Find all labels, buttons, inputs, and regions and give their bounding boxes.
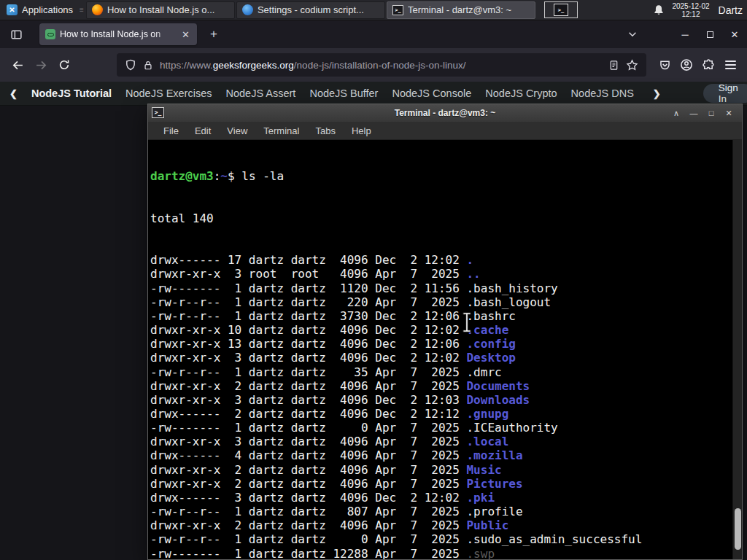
file-name: .local [466, 435, 508, 448]
panel-handle: ≡ [80, 6, 83, 14]
list-all-tabs-button[interactable] [623, 25, 642, 44]
bookmark-star-icon[interactable] [626, 59, 638, 71]
panel-clock[interactable]: 2025-12-02 12:12 [672, 2, 709, 18]
nav-link[interactable]: NodeJS DNS [571, 88, 634, 99]
file-name: .mozilla [466, 448, 522, 462]
tracking-shield-icon[interactable] [125, 59, 136, 71]
taskbar-window-firefox[interactable]: How to Install Node.js o... [86, 1, 235, 19]
terminal-prompt-line: dartz@vm3:~$ ls -la [150, 169, 732, 183]
file-name: .bashrc [466, 309, 515, 323]
terminal-line: -rw-r--r-- 1 dartz dartz 3730 Dec 2 12:0… [150, 309, 732, 323]
window-close-button[interactable]: ✕ [722, 20, 747, 48]
url-path: /node-js/installation-of-node-js-on-linu… [294, 60, 466, 71]
geeksforgeeks-favicon [45, 29, 55, 39]
terminal-line: drwx------ 4 dartz dartz 4096 Apr 7 2025… [150, 448, 732, 462]
url-bar[interactable]: https://www.geeksforgeeks.org/node-js/in… [117, 53, 646, 77]
account-button[interactable] [676, 54, 697, 76]
nav-link[interactable]: NodeJS Assert [225, 88, 295, 99]
terminal-titlebar[interactable]: >_ Terminal - dartz@vm3: ~ ∧ — □ ✕ [148, 104, 742, 122]
file-name: Music [466, 463, 501, 477]
terminal-scrollbar[interactable] [732, 140, 742, 559]
terminal-close-button[interactable]: ✕ [720, 109, 738, 118]
workspace-switcher[interactable]: >_ [544, 1, 578, 18]
app-menu-button[interactable] [719, 54, 741, 76]
menu-terminal[interactable]: Terminal [255, 123, 307, 139]
notifications-bell-icon[interactable] [653, 4, 665, 16]
menu-help[interactable]: Help [344, 123, 379, 139]
nav-link[interactable]: NodeJS Crypto [485, 88, 557, 99]
reload-button[interactable] [53, 53, 76, 77]
firefox-view-button[interactable] [6, 24, 26, 44]
firefox-tab-bar: How to Install Node.js on ✕ + ─ ✕ [0, 20, 747, 48]
menu-tabs[interactable]: Tabs [307, 123, 343, 139]
lock-icon[interactable] [143, 60, 153, 71]
firefox-icon [92, 4, 103, 15]
nav-scroll-right-icon[interactable]: ❯ [653, 88, 661, 99]
file-name: .sudo_as_admin_successful [466, 532, 642, 546]
scrollbar-thumb[interactable] [735, 508, 741, 550]
forward-button[interactable] [29, 53, 53, 77]
file-name: .. [466, 267, 480, 281]
terminal-body[interactable]: dartz@vm3:~$ ls -la total 140 drwx------… [148, 140, 742, 559]
applications-menu-button[interactable]: ✕ Applications [0, 0, 80, 20]
nav-link[interactable]: NodeJS Console [392, 88, 471, 99]
file-name: Documents [466, 379, 530, 393]
taskbar-window-label: Terminal - dartz@vm3: ~ [408, 4, 511, 15]
file-name: .pki [466, 491, 495, 505]
extensions-button[interactable] [697, 54, 719, 76]
terminal-line: drwxr-xr-x 2 dartz dartz 4096 Apr 7 2025… [150, 463, 732, 477]
terminal-line: -rw-r--r-- 1 dartz dartz 220 Apr 7 2025 … [150, 295, 732, 309]
applications-menu-label: Applications [22, 4, 73, 15]
nav-scroll-left-icon[interactable]: ❮ [9, 88, 18, 99]
menu-edit[interactable]: Edit [187, 123, 219, 139]
terminal-window: >_ Terminal - dartz@vm3: ~ ∧ — □ ✕ File … [147, 104, 743, 560]
file-name: .swp [466, 547, 495, 559]
terminal-line: drwxr-xr-x 2 dartz dartz 4096 Apr 7 2025… [150, 518, 732, 532]
file-name: .bash_logout [466, 295, 551, 309]
url-text[interactable]: https://www.geeksforgeeks.org/node-js/in… [160, 60, 602, 71]
taskbar-window-terminal[interactable]: >_ Terminal - dartz@vm3: ~ [387, 1, 535, 19]
nav-link[interactable]: NodeJS Buffer [309, 88, 378, 99]
taskbar-window-vscodium[interactable]: Settings - codium script... [236, 1, 385, 19]
pocket-button[interactable] [654, 54, 676, 76]
sign-in-button[interactable]: Sign In [703, 84, 747, 103]
url-protocol: https://www. [160, 60, 213, 71]
back-button[interactable] [6, 53, 29, 77]
nav-link[interactable]: NodeJS Exercises [125, 88, 212, 99]
window-minimize-button[interactable]: ─ [673, 20, 697, 48]
window-maximize-button[interactable] [697, 20, 722, 48]
terminal-line: drwx------ 3 dartz dartz 4096 Dec 2 12:0… [150, 491, 732, 505]
reader-mode-icon[interactable] [608, 60, 619, 71]
terminal-title: Terminal - dartz@vm3: ~ [395, 108, 496, 118]
desktop: ✕ Applications ≡ How to Install Node.js … [0, 0, 747, 560]
clock-time: 12:12 [672, 10, 709, 18]
terminal-line: drwxr-xr-x 3 root root 4096 Apr 7 2025 .… [150, 267, 732, 281]
terminal-line: drwxr-xr-x 3 dartz dartz 4096 Dec 2 12:0… [150, 351, 732, 365]
panel-user-label[interactable]: Dartz [719, 4, 743, 16]
file-name: .bash_history [466, 281, 557, 295]
menu-file[interactable]: File [155, 123, 187, 139]
file-name: Public [466, 518, 508, 532]
terminal-output: dartz@vm3:~$ ls -la total 140 drwx------… [148, 140, 732, 559]
firefox-view-icon [10, 28, 23, 41]
file-name: Downloads [466, 393, 530, 407]
terminal-line: -rw-r--r-- 1 dartz dartz 0 Apr 7 2025 .s… [150, 532, 732, 546]
file-name: .ICEauthority [466, 421, 557, 435]
new-tab-button[interactable]: + [204, 25, 223, 44]
terminal-shade-button[interactable]: ∧ [667, 109, 685, 118]
file-name: .config [466, 337, 515, 351]
gfg-subnav-bar: ❮ NodeJS Tutorial NodeJS Exercises NodeJ… [0, 82, 747, 106]
terminal-line: -rw------- 1 dartz dartz 12288 Apr 7 202… [150, 547, 732, 559]
terminal-line: drwxr-xr-x 10 dartz dartz 4096 Dec 2 12:… [150, 323, 732, 337]
clock-date: 2025-12-02 [672, 2, 709, 10]
tab-close-icon[interactable]: ✕ [180, 28, 191, 41]
browser-tab-active[interactable]: How to Install Node.js on ✕ [39, 23, 197, 45]
menu-view[interactable]: View [219, 123, 255, 139]
terminal-line: -rw------- 1 dartz dartz 1120 Dec 2 11:5… [150, 281, 732, 295]
terminal-line: drwxr-xr-x 13 dartz dartz 4096 Dec 2 12:… [150, 337, 732, 351]
terminal-maximize-button[interactable]: □ [703, 109, 720, 117]
terminal-window-icon: >_ [152, 107, 164, 118]
terminal-minimize-button[interactable]: — [685, 109, 703, 117]
firefox-nav-toolbar: https://www.geeksforgeeks.org/node-js/in… [0, 48, 747, 82]
nav-link-nodejs-tutorial[interactable]: NodeJS Tutorial [31, 88, 112, 99]
